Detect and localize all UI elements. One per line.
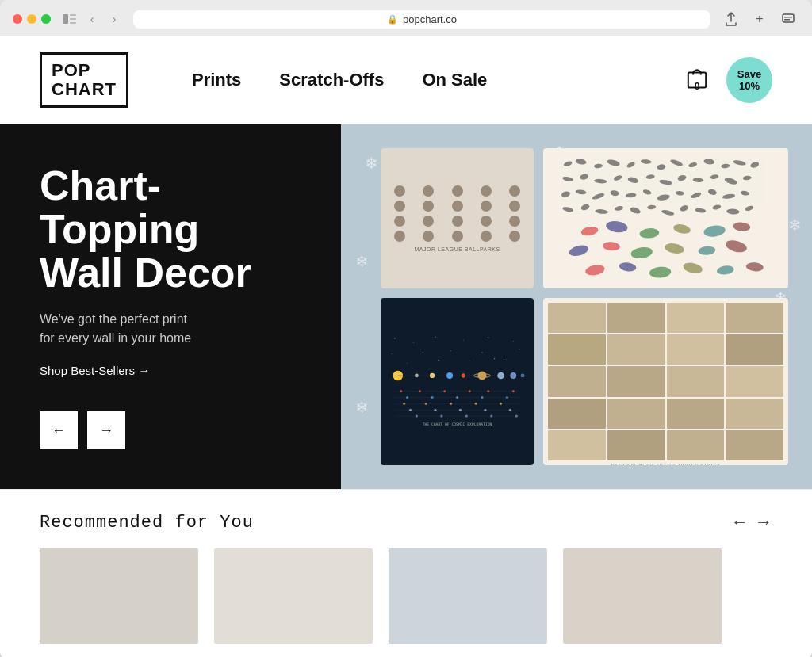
rec-prev-button[interactable]: ← (731, 512, 749, 533)
svg-point-8 (563, 161, 573, 168)
svg-point-42 (707, 189, 717, 196)
svg-point-53 (695, 208, 706, 213)
svg-point-122 (475, 403, 477, 405)
svg-point-82 (392, 353, 393, 354)
svg-rect-75 (389, 335, 526, 429)
hero-prev-button[interactable]: ← (40, 411, 78, 449)
product-preview-item[interactable] (214, 548, 373, 644)
traffic-lights (13, 14, 51, 24)
save-badge[interactable]: Save 10% (726, 57, 772, 103)
svg-point-10 (594, 164, 603, 169)
website: POP CHART Prints Scratch-Offs On Sale 0 (0, 36, 812, 657)
svg-point-52 (680, 204, 690, 212)
svg-point-70 (619, 262, 637, 273)
browser-action-buttons: + (720, 8, 799, 30)
svg-point-55 (726, 208, 740, 215)
svg-point-23 (594, 179, 607, 185)
sidebar-toggle-icon[interactable] (60, 10, 79, 29)
svg-point-108 (400, 390, 402, 392)
cart-button[interactable]: 0 (680, 63, 714, 97)
svg-point-100 (497, 372, 504, 379)
svg-point-39 (657, 194, 670, 202)
product-preview-item[interactable] (563, 548, 722, 644)
svg-point-48 (615, 205, 624, 212)
tabs-icon[interactable] (777, 8, 799, 30)
svg-point-86 (519, 348, 520, 349)
nav-scratch-offs[interactable]: Scratch-Offs (279, 70, 384, 90)
svg-point-91 (494, 358, 495, 359)
svg-rect-6 (784, 19, 790, 21)
svg-point-41 (691, 192, 703, 200)
logo[interactable]: POP CHART (40, 52, 128, 108)
back-icon[interactable]: ‹ (82, 10, 102, 29)
minimize-button[interactable] (27, 14, 36, 24)
svg-point-78 (435, 336, 435, 337)
site-header: POP CHART Prints Scratch-Offs On Sale 0 (0, 36, 812, 124)
product-ballparks[interactable]: MAJOR LEAGUE BALLPARKS (381, 148, 534, 288)
svg-point-96 (446, 372, 453, 379)
svg-point-124 (409, 408, 412, 411)
svg-point-11 (607, 159, 621, 167)
svg-point-116 (456, 396, 458, 399)
svg-point-14 (657, 164, 666, 171)
svg-point-12 (626, 162, 636, 170)
svg-point-84 (450, 350, 451, 351)
svg-point-120 (425, 403, 427, 405)
svg-point-62 (733, 222, 751, 232)
nav-prints[interactable]: Prints (192, 70, 241, 90)
svg-rect-3 (70, 22, 76, 24)
rec-next-button[interactable]: → (755, 512, 772, 533)
new-tab-icon[interactable]: + (749, 8, 771, 30)
product-national-birds[interactable]: NATIONAL BIRDS OF THE UNITED STATES (543, 298, 788, 466)
svg-point-27 (659, 179, 672, 185)
product-cosmic[interactable]: THE CHART OF COSMIC EXPLORATION (381, 298, 534, 466)
hero-cta-link[interactable]: Shop Best-Sellers → (40, 364, 150, 377)
svg-point-102 (521, 373, 525, 377)
address-bar[interactable]: 🔒 popchart.co (133, 10, 710, 29)
svg-point-44 (741, 190, 750, 196)
maximize-button[interactable] (41, 14, 51, 24)
svg-point-34 (576, 189, 587, 195)
product-preview-row (0, 548, 812, 657)
snowflake-icon: ❄ (365, 154, 378, 173)
svg-point-114 (406, 396, 408, 399)
snowflake-icon: ❄ (355, 398, 369, 417)
svg-point-130 (440, 414, 442, 417)
hero-next-button[interactable]: → (87, 411, 125, 449)
svg-point-80 (488, 337, 488, 338)
product-preview-item[interactable] (389, 548, 547, 644)
svg-point-43 (722, 193, 735, 200)
svg-point-79 (463, 339, 464, 340)
svg-point-97 (462, 373, 466, 378)
nav-on-sale[interactable]: On Sale (422, 70, 487, 90)
svg-point-60 (672, 223, 691, 235)
svg-point-47 (595, 209, 608, 215)
svg-point-19 (733, 159, 746, 166)
svg-point-35 (592, 193, 605, 201)
svg-point-16 (688, 162, 698, 168)
svg-point-118 (506, 396, 508, 399)
snowflake-icon: ❄ (355, 252, 369, 271)
svg-point-72 (682, 262, 703, 275)
svg-point-113 (512, 390, 515, 392)
svg-point-30 (710, 174, 719, 180)
svg-point-22 (580, 174, 589, 181)
svg-point-66 (664, 243, 684, 255)
svg-point-126 (459, 408, 462, 411)
svg-point-90 (469, 361, 470, 361)
product-birds[interactable] (543, 148, 788, 288)
close-button[interactable] (13, 14, 22, 24)
svg-point-18 (721, 164, 730, 169)
forward-icon[interactable]: › (105, 10, 124, 29)
svg-point-15 (670, 159, 684, 167)
product-preview-item[interactable] (40, 548, 198, 644)
svg-point-28 (677, 174, 687, 181)
recommended-navigation: ← → (731, 512, 772, 533)
svg-point-32 (743, 176, 752, 181)
hero-left-panel: Chart-ToppingWall Decor We've got the pe… (0, 124, 341, 489)
share-icon[interactable] (720, 8, 742, 30)
svg-rect-1 (70, 14, 76, 16)
svg-point-125 (434, 408, 436, 411)
svg-point-109 (419, 390, 421, 392)
svg-text:THE CHART OF COSMIC EXPLORATIO: THE CHART OF COSMIC EXPLORATION (423, 422, 492, 426)
